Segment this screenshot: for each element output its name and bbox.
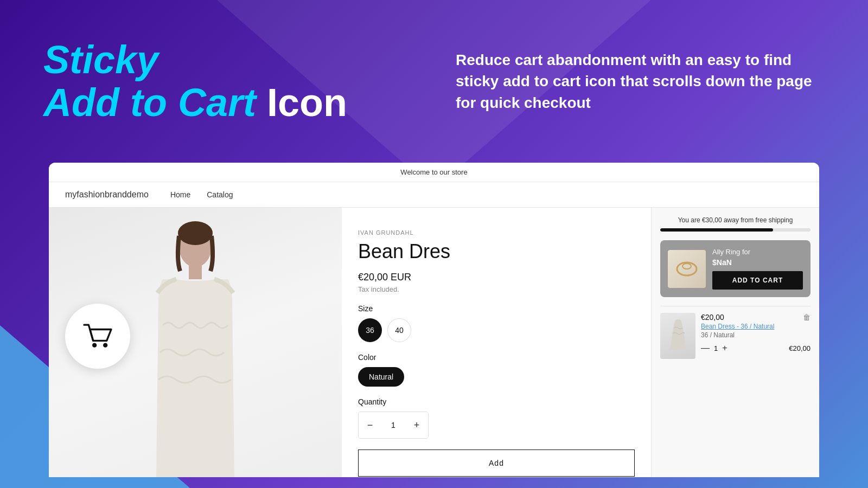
store-topbar: Welcome to our store [49, 163, 819, 182]
quantity-label: Quantity [358, 397, 635, 406]
size-option-40[interactable]: 40 [387, 318, 411, 342]
color-natural[interactable]: Natural [358, 367, 404, 387]
sticky-add-to-cart-button[interactable]: ADD TO CART [712, 271, 803, 290]
ring-svg [673, 255, 700, 282]
quantity-value: 1 [381, 421, 405, 429]
cart-item-name[interactable]: Bean Dress - 36 / Natural [701, 323, 774, 330]
cart-item-variant: 36 / Natural [701, 331, 774, 339]
color-options: Natural [358, 367, 635, 387]
nav-link-catalog[interactable]: Catalog [207, 190, 233, 199]
hero-description: Reduce cart abandonment with an easy to … [456, 49, 825, 113]
size-options: 36 40 [358, 318, 635, 342]
store-mockup: Welcome to our store myfashionbranddemo … [49, 163, 819, 477]
cart-item-details: €20,00 Bean Dress - 36 / Natural 36 / Na… [701, 313, 810, 359]
hero-title-line1: Sticky [43, 38, 412, 81]
product-details: IVAN GRUNDAHL Bean Dres €20,00 EUR Tax i… [342, 208, 651, 477]
floating-cart-icon[interactable] [65, 304, 130, 369]
free-shipping-text: You are €30,00 away from free shipping [660, 216, 810, 224]
svg-point-0 [92, 343, 97, 348]
hero-title-line2: Add to Cart Icon [43, 81, 412, 124]
product-tax: Tax included. [358, 285, 635, 293]
store-nav: myfashionbranddemo Home Catalog [49, 182, 819, 208]
cart-qty-minus-button[interactable]: — [701, 343, 710, 353]
hero-section: Sticky Add to Cart Icon Reduce cart aban… [0, 0, 868, 163]
svg-point-6 [682, 264, 691, 269]
color-label: Color [358, 353, 635, 362]
quantity-section: − 1 + [358, 412, 635, 439]
cart-item-controls: — 1 + €20,00 [701, 343, 810, 353]
cart-item: €20,00 Bean Dress - 36 / Natural 36 / Na… [660, 306, 810, 365]
product-price: €20,00 EUR [358, 272, 635, 283]
add-to-cart-button[interactable]: Add [358, 450, 635, 477]
quantity-control: − 1 + [358, 412, 429, 439]
cart-item-total: €20,00 [789, 344, 810, 352]
product-area: IVAN GRUNDAHL Bean Dres €20,00 EUR Tax i… [49, 208, 651, 477]
sticky-product-price: $NaN [712, 258, 803, 267]
nav-link-home[interactable]: Home [170, 190, 190, 199]
shipping-progress-bar [660, 228, 810, 232]
cart-svg [81, 323, 114, 350]
sticky-product-thumb [668, 250, 706, 288]
hero-title-white: Icon [267, 81, 347, 124]
sticky-product-name: Ally Ring for [712, 248, 803, 256]
model-svg [119, 217, 271, 477]
store-nav-links: Home Catalog [170, 190, 233, 199]
cart-sidebar: You are €30,00 away from free shipping [651, 208, 819, 477]
product-name: Bean Dres [358, 240, 635, 263]
cart-item-thumb [660, 313, 695, 359]
cart-item-price: €20,00 [701, 313, 774, 322]
quantity-minus-button[interactable]: − [359, 412, 381, 438]
dress-thumb-svg [667, 317, 689, 355]
ring-thumb-image [668, 250, 706, 288]
size-option-36[interactable]: 36 [358, 318, 382, 342]
hero-right: Reduce cart abandonment with an easy to … [412, 49, 825, 113]
store-content: IVAN GRUNDAHL Bean Dres €20,00 EUR Tax i… [49, 208, 819, 477]
store-logo: myfashionbranddemo [65, 190, 149, 200]
dress-thumb-image [660, 313, 695, 359]
cart-delete-button[interactable]: 🗑 [803, 313, 810, 322]
cart-qty-value: 1 [714, 344, 718, 352]
shipping-progress-fill [660, 228, 773, 232]
svg-point-1 [103, 343, 107, 348]
hero-left: Sticky Add to Cart Icon [43, 38, 412, 124]
cart-qty-controls: — 1 + [701, 343, 727, 353]
sticky-product-info: Ally Ring for $NaN ADD TO CART [712, 248, 803, 290]
hero-title-cyan: Add to Cart [43, 81, 256, 124]
svg-point-3 [178, 221, 213, 245]
quantity-plus-button[interactable]: + [405, 412, 428, 438]
product-brand: IVAN GRUNDAHL [358, 229, 635, 236]
svg-rect-4 [189, 266, 202, 279]
cart-qty-plus-button[interactable]: + [722, 343, 727, 353]
topbar-text: Welcome to our store [400, 168, 467, 176]
sticky-cart-panel: Ally Ring for $NaN ADD TO CART [660, 240, 810, 297]
size-label: Size [358, 304, 635, 313]
